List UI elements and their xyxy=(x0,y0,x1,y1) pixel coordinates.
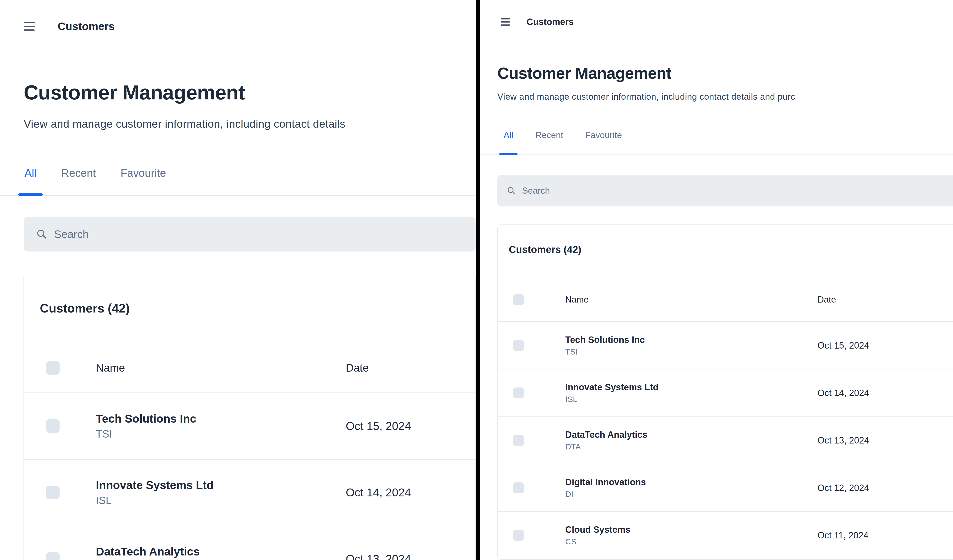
menu-icon[interactable] xyxy=(24,22,35,31)
customer-name: DataTech Analytics xyxy=(96,545,346,558)
page-subtitle: View and manage customer information, in… xyxy=(24,117,476,131)
search-input[interactable] xyxy=(522,186,953,196)
column-header-name[interactable]: Name xyxy=(96,361,346,374)
customer-name: Innovate Systems Ltd xyxy=(565,382,818,393)
tab-bar: All Recent Favourite xyxy=(480,130,953,155)
tab-favourite[interactable]: Favourite xyxy=(585,130,622,155)
search-input[interactable] xyxy=(54,228,476,240)
customer-date: Oct 12, 2024 xyxy=(818,483,953,493)
row-checkbox[interactable] xyxy=(46,486,60,499)
customer-code: DTA xyxy=(565,442,818,451)
customers-card: Customers (42) Name Date Tech Solutions … xyxy=(497,225,953,560)
page-title: Customer Management xyxy=(497,64,953,83)
row-checkbox[interactable] xyxy=(46,419,60,433)
customer-name: Digital Innovations xyxy=(565,477,818,488)
search-icon xyxy=(36,228,47,240)
tab-favourite[interactable]: Favourite xyxy=(121,166,166,195)
topbar-title: Customers xyxy=(526,17,574,27)
column-header-date[interactable]: Date xyxy=(818,295,953,305)
customer-date: Oct 14, 2024 xyxy=(818,388,953,398)
topbar-title: Customers xyxy=(57,20,115,33)
card-header: Customers (42) xyxy=(23,274,475,343)
table-row[interactable]: Digital Innovations DI Oct 12, 2024 xyxy=(498,464,953,512)
left-viewport: Customers Customer Management View and m… xyxy=(0,0,476,560)
right-viewport: Customers Customer Management View and m… xyxy=(480,0,953,560)
row-checkbox[interactable] xyxy=(46,552,60,560)
column-header-name[interactable]: Name xyxy=(565,295,818,305)
page-subtitle: View and manage customer information, in… xyxy=(497,91,953,102)
table-row[interactable]: DataTech Analytics DTA Oct 13, 2024 xyxy=(23,526,475,560)
customer-name: DataTech Analytics xyxy=(565,430,818,441)
customer-code: ISL xyxy=(96,494,346,507)
customer-name: Tech Solutions Inc xyxy=(565,335,818,346)
top-app-bar: Customers xyxy=(0,0,476,53)
customer-code: TSI xyxy=(565,347,818,357)
customer-name: Innovate Systems Ltd xyxy=(96,478,346,492)
search-box[interactable] xyxy=(497,175,953,206)
customer-date: Oct 11, 2024 xyxy=(818,531,953,541)
select-all-checkbox[interactable] xyxy=(513,294,524,305)
table-header-row: Name Date xyxy=(498,278,953,322)
select-all-checkbox[interactable] xyxy=(46,361,60,375)
page-title: Customer Management xyxy=(24,80,476,105)
customer-date: Oct 13, 2024 xyxy=(818,436,953,446)
customer-code: ISL xyxy=(565,394,818,404)
table-row[interactable]: Tech Solutions Inc TSI Oct 15, 2024 xyxy=(498,322,953,369)
tab-recent[interactable]: Recent xyxy=(535,130,563,155)
table-row[interactable]: Innovate Systems Ltd ISL Oct 14, 2024 xyxy=(498,369,953,417)
tab-all[interactable]: All xyxy=(25,166,37,195)
search-icon xyxy=(507,186,516,195)
customer-date: Oct 13, 2024 xyxy=(346,552,475,560)
customer-code: CS xyxy=(565,537,818,546)
split-screenshot-stage: Customers Customer Management View and m… xyxy=(0,0,953,560)
tab-recent[interactable]: Recent xyxy=(61,166,96,195)
table-row[interactable]: Tech Solutions Inc TSI Oct 15, 2024 xyxy=(23,393,475,460)
row-checkbox[interactable] xyxy=(513,530,524,541)
row-checkbox[interactable] xyxy=(513,482,524,493)
column-header-date[interactable]: Date xyxy=(346,361,475,374)
customer-code: TSI xyxy=(96,428,346,441)
customer-name: Cloud Systems xyxy=(565,524,818,535)
customer-date: Oct 15, 2024 xyxy=(818,341,953,351)
card-header: Customers (42) xyxy=(498,225,953,278)
top-app-bar: Customers xyxy=(480,0,953,44)
table-row[interactable]: Cloud Systems CS Oct 11, 2024 xyxy=(498,512,953,559)
customer-date: Oct 15, 2024 xyxy=(346,419,475,433)
tab-all[interactable]: All xyxy=(504,130,513,155)
row-checkbox[interactable] xyxy=(513,340,524,351)
search-box[interactable] xyxy=(24,217,476,251)
table-row[interactable]: Innovate Systems Ltd ISL Oct 14, 2024 xyxy=(23,460,475,526)
row-checkbox[interactable] xyxy=(513,388,524,399)
panel-divider xyxy=(476,0,480,560)
card-title: Customers (42) xyxy=(40,301,475,316)
card-title: Customers (42) xyxy=(509,244,953,256)
customer-name: Tech Solutions Inc xyxy=(96,412,346,426)
table-row[interactable]: DataTech Analytics DTA Oct 13, 2024 xyxy=(498,417,953,464)
customers-card: Customers (42) Name Date Tech Solutions … xyxy=(23,274,476,560)
customer-date: Oct 14, 2024 xyxy=(346,486,475,499)
tab-bar: All Recent Favourite xyxy=(0,166,476,196)
customer-code: DI xyxy=(565,489,818,499)
table-header-row: Name Date xyxy=(23,343,475,393)
row-checkbox[interactable] xyxy=(513,435,524,446)
menu-icon[interactable] xyxy=(501,18,510,26)
